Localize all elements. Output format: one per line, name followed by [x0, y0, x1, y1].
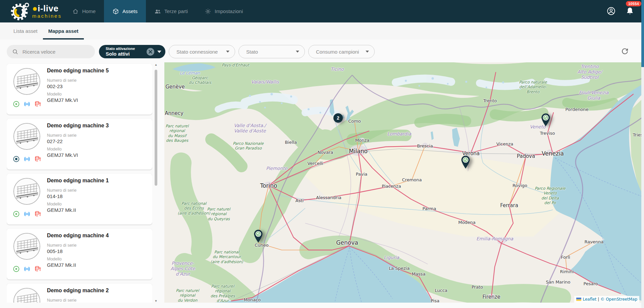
tab-lista-asset[interactable]: Lista asset	[8, 22, 43, 40]
leaflet-link[interactable]: Leaflet	[583, 297, 596, 302]
gear-icon	[205, 8, 211, 15]
asset-name: Demo edging machine 1	[47, 178, 148, 184]
map-attribution: Leaflet | © OpenStreetMap	[574, 296, 639, 303]
notification-count-badge: 10554	[626, 1, 641, 6]
model-label: Modello	[47, 92, 148, 97]
signal-icon	[23, 156, 31, 163]
machine-photo	[13, 288, 40, 303]
map-cluster-marker[interactable]: 2	[333, 113, 343, 123]
ukraine-flag-icon	[576, 298, 581, 301]
asset-card[interactable]: Demo edging machine 1Numero di serie014-…	[7, 174, 152, 225]
brand-logo[interactable]: ●i-live machines	[10, 1, 62, 21]
refresh-icon	[621, 47, 629, 56]
notifications-button[interactable]: 10554	[625, 6, 635, 16]
tab-mappa-asset[interactable]: Mappa asset	[43, 22, 84, 40]
machine-photo	[13, 123, 40, 150]
asset-info: Demo edging machine 4Numero di serie005-…	[47, 233, 148, 268]
filter-dropdown-label: Stato connessione	[176, 49, 218, 55]
asset-info: Demo edging machine 2Numero di serie015-…	[47, 288, 148, 303]
serial-label: Numero di serie	[47, 298, 148, 303]
asset-list-scrollbar[interactable]: ▲ ▼	[154, 63, 158, 303]
chevron-down-icon	[296, 51, 299, 53]
filter-dropdown-consumo-campioni[interactable]: Consumo campioni	[308, 45, 375, 58]
chevron-down-icon	[366, 51, 369, 53]
database-alert-icon	[34, 156, 41, 163]
nav-item-label: Assets	[122, 8, 138, 14]
asset-info: Demo edging machine 1Numero di serie014-…	[47, 178, 148, 213]
filter-chip-stato-attivazione[interactable]: Stato attivazione Solo attivi	[99, 45, 165, 58]
serial-label: Numero di serie	[47, 243, 148, 248]
model-value: GEMJ7 Mk.VI	[47, 97, 148, 103]
search-icon	[12, 49, 18, 55]
asset-info: Demo edging machine 5Numero di serie002-…	[47, 68, 148, 103]
database-alert-icon	[34, 101, 41, 108]
nav-item-home[interactable]: Home	[64, 0, 104, 22]
clear-filter-icon[interactable]	[146, 48, 155, 56]
model-value: GEMJ7 Mk.II	[47, 207, 148, 213]
machine-photo	[13, 178, 40, 205]
tab-label: Mappa asset	[48, 28, 78, 34]
asset-info: Demo edging machine 3Numero di serie027-…	[47, 123, 148, 158]
asset-name: Demo edging machine 5	[47, 68, 148, 74]
filter-dropdowns: Stato connessioneStatoConsumo campioni	[165, 45, 375, 58]
brand-text: ●i-live machines	[32, 4, 62, 18]
quick-search[interactable]	[7, 45, 95, 58]
asset-status-icons	[13, 101, 41, 108]
account-button[interactable]	[606, 6, 616, 16]
signal-icon	[23, 101, 31, 108]
serial-value: 014-18	[47, 193, 148, 199]
filter-dropdown-label: Stato	[246, 49, 258, 55]
scroll-down-icon[interactable]: ▼	[154, 299, 158, 303]
brand-name: ●i-live	[32, 4, 62, 13]
nav-item-label: Impostazioni	[215, 8, 243, 14]
signal-icon	[23, 210, 31, 218]
brand-subtitle: machines	[32, 13, 62, 18]
stop-circle-icon	[13, 156, 20, 163]
map-base-layer	[164, 62, 642, 303]
asset-map[interactable]: GenèveAnnecyComoMonzaMilanoNovaraBiellaV…	[164, 62, 642, 303]
refresh-button[interactable]	[621, 47, 630, 56]
serial-label: Numero di serie	[47, 78, 148, 83]
nav-item-label: Terze parti	[164, 8, 188, 14]
chevron-down-icon	[226, 51, 229, 53]
home-icon	[72, 8, 79, 15]
map-pin-asset[interactable]	[461, 156, 471, 169]
map-pin-asset[interactable]	[541, 113, 551, 127]
page-scrollbar[interactable]	[641, 0, 644, 308]
asset-card[interactable]: Demo edging machine 2Numero di serie015-…	[7, 284, 152, 303]
asset-card[interactable]: Demo edging machine 5Numero di serie002-…	[7, 64, 152, 115]
filter-dropdown-label: Consumo campioni	[316, 49, 359, 55]
filter-dropdown-stato[interactable]: Stato	[238, 45, 305, 58]
serial-label: Numero di serie	[47, 133, 148, 138]
attribution-separator: |	[598, 297, 599, 302]
play-circle-icon	[13, 265, 20, 272]
nav-item-assets[interactable]: Assets	[104, 0, 146, 22]
asset-name: Demo edging machine 2	[47, 288, 148, 294]
bell-icon	[625, 6, 635, 16]
chevron-down-icon[interactable]	[157, 51, 161, 53]
model-label: Modello	[47, 257, 148, 261]
asset-list-scrollbar-thumb[interactable]	[155, 70, 157, 186]
nav-item-terze-parti[interactable]: Terze parti	[146, 0, 196, 22]
filter-chip-label: Stato attivazione	[106, 47, 146, 51]
asset-card[interactable]: Demo edging machine 4Numero di serie005-…	[7, 229, 152, 280]
top-navbar: ●i-live machines HomeAssetsTerze partiIm…	[0, 0, 644, 22]
asset-card[interactable]: Demo edging machine 3Numero di serie027-…	[7, 119, 152, 170]
cube-icon	[112, 8, 119, 15]
nav-item-impostazioni[interactable]: Impostazioni	[196, 0, 251, 22]
osm-link[interactable]: © OpenStreetMap	[600, 297, 637, 302]
scroll-up-icon[interactable]: ▲	[154, 63, 158, 66]
gear-logo-icon	[10, 1, 30, 21]
serial-label: Numero di serie	[47, 188, 148, 193]
main-nav: HomeAssetsTerze partiImpostazioni	[64, 0, 251, 22]
account-icon	[606, 6, 616, 16]
filter-dropdown-stato-connessione[interactable]: Stato connessione	[169, 45, 235, 58]
page-scrollbar-thumb[interactable]	[641, 0, 644, 67]
asset-status-icons	[13, 265, 41, 272]
serial-value: 027-22	[47, 138, 148, 144]
nav-right-actions: 10554	[606, 0, 635, 22]
tab-bar: Lista assetMappa asset	[0, 22, 644, 40]
search-input[interactable]	[22, 49, 84, 55]
map-pin-asset[interactable]	[253, 230, 263, 243]
serial-value: 005-18	[47, 248, 148, 254]
